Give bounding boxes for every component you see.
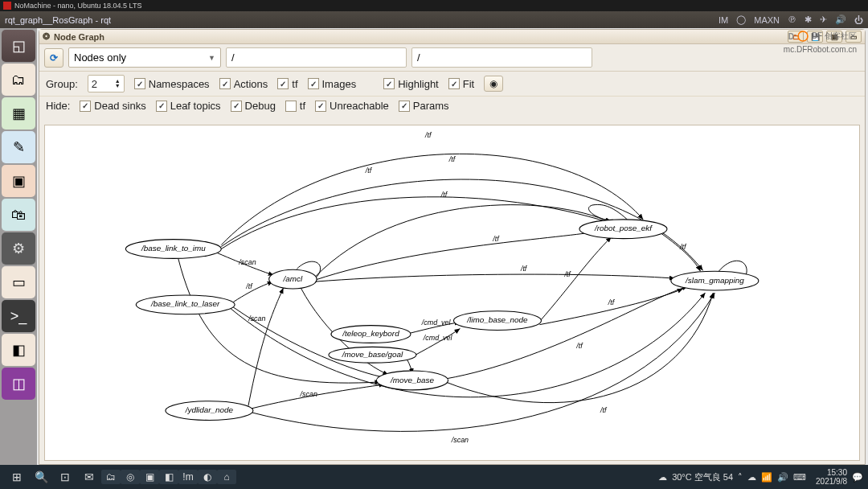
unity-launcher: ◱ 🗂 ▦ ✎ ▣ 🛍 ⚙ ▭ >_ ◧ ◫: [0, 28, 37, 465]
check-tf[interactable]: tf: [277, 78, 297, 90]
launcher-settings-icon[interactable]: ⚙: [2, 232, 35, 265]
launcher-disk-icon[interactable]: ▭: [2, 266, 35, 298]
svg-text:/tf: /tf: [424, 131, 432, 139]
launcher-files-icon[interactable]: 🗂: [2, 64, 35, 96]
filter-input-2[interactable]: [411, 47, 592, 68]
svg-text:/cmd_vel: /cmd_vel: [421, 318, 452, 327]
rqt-title: Node Graph: [54, 32, 104, 42]
reload-button[interactable]: ⟳: [44, 48, 63, 68]
check-hide-tf[interactable]: tf: [285, 100, 305, 112]
tray-cloud-icon[interactable]: ☁: [747, 472, 756, 483]
toolbar-row: ⟳ Nodes only ▼: [39, 44, 865, 72]
check-images[interactable]: Images: [308, 78, 357, 90]
launcher-writer-icon[interactable]: ✎: [2, 131, 35, 163]
group-row: Group: 2 ▲▼ Namespaces Actions tf Images…: [39, 72, 865, 97]
launcher-dash-icon[interactable]: ◱: [2, 30, 35, 62]
check-actions[interactable]: Actions: [219, 78, 268, 90]
check-fit[interactable]: Fit: [448, 78, 474, 90]
node-limo-base-node[interactable]: /limo_base_node: [453, 311, 541, 331]
launcher-impress-icon[interactable]: ▣: [2, 165, 35, 197]
node-amcl[interactable]: /amcl: [269, 269, 317, 289]
svg-text:/tf: /tf: [492, 235, 500, 243]
taskview-icon[interactable]: ⊡: [53, 466, 77, 487]
group-label: Group:: [46, 78, 78, 90]
check-leaf-topics[interactable]: Leaf topics: [156, 100, 221, 112]
svg-text:/base_link_to_laser: /base_link_to_laser: [150, 299, 220, 308]
group-spinbox[interactable]: 2 ▲▼: [88, 75, 125, 92]
tray-circle[interactable]: ◯: [736, 14, 746, 25]
check-highlight[interactable]: Highlight: [383, 78, 439, 90]
check-dead-sinks[interactable]: Dead sinks: [80, 100, 145, 112]
tray-im[interactable]: IM: [719, 15, 728, 25]
svg-text:/tf: /tf: [575, 342, 583, 350]
taskbar-app1-icon[interactable]: ◧: [159, 470, 178, 484]
tray-vol-icon[interactable]: 🔊: [777, 472, 788, 483]
window-title: rqt_graph__RosGraph - rqt: [5, 15, 111, 25]
node-teleop-keybord[interactable]: /teleop_keybord: [331, 326, 411, 343]
group-value: 2: [92, 78, 97, 90]
svg-text:/cmd_vel: /cmd_vel: [423, 334, 453, 342]
launcher-software-icon[interactable]: 🛍: [2, 199, 35, 231]
tray-volume-icon[interactable]: 🔊: [835, 14, 846, 25]
camera-button[interactable]: ◉: [484, 76, 503, 92]
check-params[interactable]: Params: [399, 100, 449, 112]
ubuntu-tray: IM ◯ MAXN ℗ ✱ ✈ 🔊 ⏻: [719, 14, 863, 25]
launcher-terminal-icon[interactable]: >_: [2, 300, 35, 332]
mode-value: Nodes only: [74, 51, 126, 64]
svg-text:/ydlidar_node: /ydlidar_node: [185, 405, 234, 414]
weather-text[interactable]: 30°C 空气良 54: [672, 471, 733, 483]
tray-chevron-up-icon[interactable]: ˄: [738, 472, 743, 483]
taskbar-edge-icon[interactable]: ◐: [198, 470, 217, 484]
notifications-icon[interactable]: 💬: [852, 472, 863, 483]
launcher-rqt-icon[interactable]: ◫: [2, 368, 35, 400]
check-debug[interactable]: Debug: [231, 100, 276, 112]
node-base-link-to-imu[interactable]: /base_link_to_imu: [125, 240, 221, 259]
svg-text:/slam_gmapping: /slam_gmapping: [685, 276, 744, 285]
rqt-app-titlebar: ❂ Node Graph 🗀 💾 ▣ ▭: [39, 30, 865, 44]
node-base-link-to-laser[interactable]: /base_link_to_laser: [136, 295, 235, 314]
taskbar-chrome-icon[interactable]: ◎: [121, 470, 140, 484]
ubuntu-menubar: rqt_graph__RosGraph - rqt IM ◯ MAXN ℗ ✱ …: [0, 11, 868, 28]
system-tray: ☁ 30°C 空气良 54 ˄ ☁ 📶 🔊 ⌨ 15:30 2021/9/8 💬: [658, 468, 863, 486]
hide-label: Hide:: [46, 100, 70, 112]
stepper-icon: ▲▼: [115, 79, 121, 88]
tray-network-icon[interactable]: ✈: [820, 14, 827, 25]
mode-dropdown[interactable]: Nodes only ▼: [68, 47, 221, 68]
taskbar-explorer-icon[interactable]: 🗂: [101, 470, 121, 484]
tray-wifi-icon[interactable]: 📶: [761, 472, 772, 483]
watermark-line2: mc.DFRobot.com.cn: [784, 45, 857, 54]
tray-power-icon[interactable]: ⏻: [854, 15, 863, 25]
svg-text:/tf: /tf: [448, 155, 457, 163]
check-unreachable[interactable]: Unreachable: [315, 100, 389, 112]
tray-p-icon[interactable]: ℗: [788, 14, 796, 25]
weather-icon[interactable]: ☁: [658, 472, 667, 483]
tray-bluetooth-icon[interactable]: ✱: [805, 14, 812, 25]
svg-text:/tf: /tf: [440, 191, 448, 199]
taskbar-nomachine-icon[interactable]: !m: [178, 470, 198, 484]
svg-text:/base_link_to_imu: /base_link_to_imu: [141, 244, 206, 253]
taskbar-clock[interactable]: 15:30 2021/9/8: [816, 468, 847, 486]
launcher-app-icon[interactable]: ◧: [2, 334, 35, 366]
graph-canvas[interactable]: /tf /tf /tf /tf /tf /tf /tf /tf /tf /tf …: [44, 125, 860, 461]
taskbar-app2-icon[interactable]: ⌂: [217, 470, 236, 484]
node-move-base-goal[interactable]: /move_base/goal: [329, 347, 416, 363]
tray-powermode[interactable]: MAXN: [754, 15, 780, 25]
mail-icon[interactable]: ✉: [77, 466, 101, 487]
search-icon[interactable]: 🔍: [29, 466, 53, 487]
node-move-base[interactable]: /move_base: [376, 371, 448, 390]
filter-input-1[interactable]: [226, 47, 407, 68]
watermark-line1: D DF 创客社区: [788, 31, 857, 42]
svg-text:/tf: /tf: [608, 298, 616, 306]
node-slam-gmapping[interactable]: /slam_gmapping: [671, 271, 759, 290]
chevron-down-icon: ▼: [208, 54, 215, 62]
node-ydlidar-node[interactable]: /ydlidar_node: [166, 401, 253, 421]
check-namespaces[interactable]: Namespaces: [134, 78, 210, 90]
tray-ime-icon[interactable]: ⌨: [793, 472, 806, 483]
launcher-calc-icon[interactable]: ▦: [2, 97, 35, 129]
start-button[interactable]: ⊞: [5, 466, 29, 487]
bug-icon: ❂: [43, 31, 50, 42]
taskbar-ppt-icon[interactable]: ▣: [140, 470, 159, 484]
node-robot-pose-ekf[interactable]: /robot_pose_ekf: [579, 220, 667, 239]
nomachine-icon: [3, 2, 11, 10]
nomachine-titlebar: NoMachine - nano, Ubuntu 18.04.5 LTS: [0, 0, 868, 11]
